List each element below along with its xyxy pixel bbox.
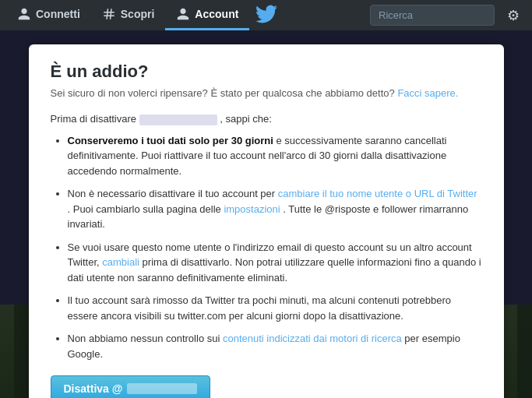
nav-account[interactable]: Account <box>165 0 249 30</box>
list-item: Conserveremo i tuoi dati solo per 30 gio… <box>68 133 482 179</box>
settings-icon[interactable]: ⚙ <box>501 7 526 24</box>
bullet2-text1: Non è necessario disattivare il tuo acco… <box>68 188 278 199</box>
actions-area: Disattiva @ Annulla <box>51 375 482 398</box>
info-list: Conserveremo i tuoi dati solo per 30 gio… <box>51 133 482 362</box>
card-title: È un addio? <box>51 62 482 82</box>
bullet5-text1: Non abbiamo nessun controllo sui <box>68 333 223 344</box>
section-header-suffix: , sappi che: <box>220 113 272 125</box>
impostazioni-link[interactable]: impostazioni <box>224 203 280 215</box>
deactivate-card: È un addio? Sei sicuro di non volerci ri… <box>29 44 504 398</box>
list-item: Il tuo account sarà rimosso da Twitter t… <box>68 293 482 323</box>
nav-account-label: Account <box>195 8 238 20</box>
person-icon <box>17 7 31 21</box>
deactivate-button[interactable]: Disattiva @ <box>51 375 211 398</box>
content-wrapper: È un addio? Sei sicuro di non volerci ri… <box>0 30 532 398</box>
change-username-link[interactable]: cambiare il tuo nome utente o URL di Twi… <box>278 188 477 199</box>
search-input[interactable] <box>370 5 495 26</box>
deactivate-username-placeholder <box>127 383 197 394</box>
username-placeholder <box>139 114 217 125</box>
search-area: ⚙ <box>370 5 526 26</box>
card-subtitle: Sei sicuro di non volerci ripensare? È s… <box>51 86 482 100</box>
nav-connetti[interactable]: Connetti <box>6 0 91 30</box>
list-item: Se vuoi usare questo nome utente o l'ind… <box>68 240 482 286</box>
search-engines-link[interactable]: contenuti indicizzati dai motori di rice… <box>223 333 402 344</box>
user-icon <box>176 7 190 21</box>
list-item: Non è necessario disattivare il tuo acco… <box>68 186 482 232</box>
section-header-prefix: Prima di disattivare <box>51 113 137 125</box>
navbar: Connetti Scopri Account ⚙ <box>0 0 532 30</box>
bullet4-text: Il tuo account sarà rimosso da Twitter t… <box>68 294 452 322</box>
cambiali-link[interactable]: cambiali <box>102 256 139 268</box>
twitter-logo <box>255 3 277 27</box>
hash-icon <box>102 7 116 21</box>
nav-scopri-label: Scopri <box>121 8 155 20</box>
nav-connetti-label: Connetti <box>36 8 80 20</box>
section-header: Prima di disattivare , sappi che: <box>51 113 482 125</box>
facci-sapere-link[interactable]: Facci sapere. <box>397 87 458 99</box>
nav-scopri[interactable]: Scopri <box>91 0 166 30</box>
list-item: Non abbiamo nessun controllo sui contenu… <box>68 331 482 361</box>
bullet1-bold: Conserveremo i tuoi dati solo per 30 gio… <box>68 135 273 146</box>
subtitle-text: Sei sicuro di non volerci ripensare? È s… <box>51 87 398 99</box>
deactivate-prefix: Disattiva @ <box>64 382 123 395</box>
bullet2-text2: . Puoi cambiarlo sulla pagina delle <box>68 203 224 215</box>
